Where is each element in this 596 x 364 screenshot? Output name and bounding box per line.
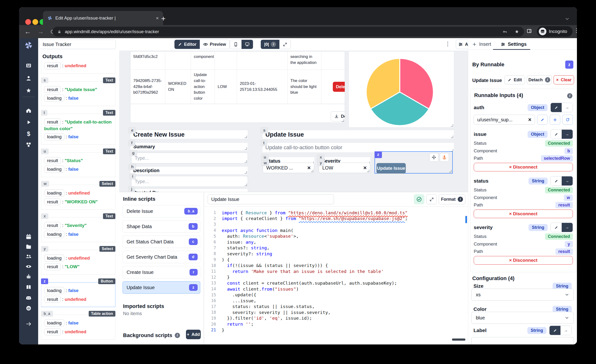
created-by-label[interactable]: Created By (130, 189, 248, 192)
forward-icon[interactable]: → (37, 28, 44, 36)
back-icon[interactable]: ← (24, 28, 31, 36)
detach-button[interactable]: Detachi (527, 75, 552, 84)
output-card-z[interactable]: zButtonloading : falseresult : undefined (41, 282, 115, 307)
update-issue-button[interactable]: Update Issue (376, 163, 406, 174)
sidebar-github-icon[interactable] (19, 305, 38, 312)
editor-hscrollbar[interactable] (452, 339, 465, 341)
browser-tab[interactable]: Edit App u/user/issue-tracker | × (43, 11, 163, 25)
update-issue-subtitle[interactable]: Update call-to-action button color (262, 142, 454, 153)
disconnect-button[interactable]: × Disconnect (474, 209, 573, 218)
static-mode-button[interactable] (551, 130, 562, 139)
auth-resource-input[interactable]: u/user/my_sup...× (474, 115, 535, 125)
summary-label[interactable]: Summary (130, 142, 248, 151)
static-mode-button[interactable] (551, 103, 562, 112)
connect-mode-button[interactable]: → (562, 176, 573, 186)
component-badge-y[interactable]: y (317, 160, 324, 166)
static-mode-button[interactable] (550, 326, 560, 335)
size-select[interactable]: xs (471, 289, 574, 301)
static-mode-button[interactable] (551, 176, 562, 186)
editor-tab[interactable]: Editor (174, 40, 200, 49)
component-badge-h[interactable]: h (129, 164, 136, 170)
traffic-close-button[interactable] (25, 19, 31, 25)
description-input[interactable]: Type... (131, 176, 248, 187)
tab-panel-icon[interactable] (526, 28, 532, 34)
sidebar-folder-icon[interactable] (19, 243, 38, 250)
preview-tab[interactable]: Preview (200, 40, 229, 49)
inline-script-item[interactable]: Update Issuez (123, 281, 200, 294)
component-badge-e[interactable]: e (129, 127, 136, 133)
sidebar-home-icon[interactable] (19, 107, 38, 114)
component-badge-i[interactable]: i (130, 174, 136, 179)
chrome-menu-icon[interactable]: ⋮ (574, 27, 577, 34)
connect-mode-button[interactable]: → (562, 103, 573, 112)
more-menu-icon[interactable]: ⋮ (445, 41, 451, 47)
desktop-view-button[interactable] (241, 40, 253, 49)
disconnect-button[interactable]: × Disconnect (474, 256, 573, 265)
component-badge-u[interactable]: u (261, 155, 268, 160)
new-tab-button[interactable]: + (161, 14, 166, 23)
inline-script-item[interactable]: Get Severity Chart Datad (123, 251, 200, 263)
sidebar-user-icon[interactable] (19, 74, 38, 82)
tab-close-icon[interactable]: × (156, 15, 159, 21)
table-cell[interactable]: Delete (321, 70, 345, 104)
output-card-s[interactable]: sTextresult : "Update Issue"loading : fa… (41, 81, 115, 106)
windmill-logo-icon[interactable] (19, 41, 38, 50)
color-select[interactable]: blue (471, 312, 574, 324)
summary-input[interactable]: Type... (131, 153, 248, 163)
output-card-u[interactable]: uTextresult : "Status"loading : false (41, 152, 115, 177)
connect-mode-button[interactable]: → (562, 130, 573, 139)
tabstrip-chevron-icon[interactable] (565, 16, 570, 22)
sidebar-cubes-icon[interactable] (19, 141, 38, 148)
code-area[interactable]: 1import { Resource } from "https://deno.… (207, 210, 464, 333)
connect-mode-button[interactable]: → (562, 223, 573, 232)
edit-button[interactable]: Edit (505, 75, 525, 84)
label-input[interactable] (471, 337, 574, 344)
connect-mode-button[interactable]: → (560, 326, 571, 335)
sidebar-calendar-icon[interactable] (19, 233, 38, 240)
component-badge-z[interactable]: z (374, 151, 382, 158)
fullscreen-button[interactable] (279, 40, 291, 49)
clear-resource-icon[interactable]: × (528, 117, 531, 123)
sidebar-discord-icon[interactable] (19, 294, 38, 301)
component-badge-s[interactable]: s (261, 127, 268, 133)
severity-select[interactable]: LOW× (319, 163, 370, 173)
collapse-arrow-icon[interactable] (19, 321, 38, 327)
component-badge-j[interactable]: j (129, 186, 135, 192)
move-handle-icon[interactable] (430, 153, 438, 161)
sidebar-users-icon[interactable] (19, 253, 38, 260)
table-component[interactable]: 5fd0f7d5c3c2componentsearching in the ap… (130, 51, 345, 123)
add-background-script-button[interactable]: + Add (186, 330, 201, 339)
output-card-y[interactable]: ySelectloading : undefinedresult : "LOW" (41, 250, 115, 275)
inline-script-item[interactable]: Get Status Chart Datac (123, 236, 200, 248)
inline-script-item[interactable]: Shape Datab (123, 220, 200, 233)
validate-button[interactable] (414, 194, 424, 204)
component-badge-w[interactable]: w (261, 160, 269, 166)
tab-insert[interactable]: Insert (472, 41, 491, 47)
component-badge-t[interactable]: t (261, 140, 267, 146)
piechart-component[interactable] (349, 51, 454, 127)
sidebar-play-icon[interactable] (19, 119, 38, 126)
sidebar-book-icon[interactable] (19, 284, 38, 291)
edit-resource-button[interactable] (537, 115, 548, 125)
debug-outputs-button[interactable]: |0|i (261, 40, 279, 49)
clear-status-icon[interactable]: × (307, 164, 311, 171)
inline-script-item[interactable]: Delete Issueb_a (123, 205, 200, 217)
output-card-b_a[interactable]: b_aTable actionloading : falseresult : u… (41, 315, 115, 339)
add-resource-button[interactable]: + (550, 115, 560, 125)
address-bar[interactable]: app.windmill.dev/apps/edit/u/user/issue-… (52, 27, 524, 37)
traffic-minimize-button[interactable] (32, 19, 38, 25)
app-name-input[interactable]: Issue Tracker (39, 40, 116, 49)
sidebar-eye-icon[interactable] (19, 263, 38, 270)
inline-script-item[interactable]: Create Issuer (123, 266, 200, 278)
description-label[interactable]: Description (130, 166, 248, 174)
sidebar-star-icon[interactable] (19, 87, 38, 94)
status-select[interactable]: WORKED ...× (263, 163, 314, 173)
component-badge-x[interactable]: x (317, 155, 324, 160)
output-card-t[interactable]: tTextresult : "Update call-to-action but… (41, 114, 115, 145)
key-icon[interactable] (503, 29, 507, 34)
update-issue-title[interactable]: Update Issue (262, 130, 454, 139)
clear-button[interactable]: × Clear (554, 75, 574, 84)
bookmark-star-icon[interactable] (514, 29, 519, 34)
output-card-partial[interactable]: result : undefined (41, 60, 115, 74)
selected-button-component[interactable]: z Update Issue (374, 151, 453, 174)
